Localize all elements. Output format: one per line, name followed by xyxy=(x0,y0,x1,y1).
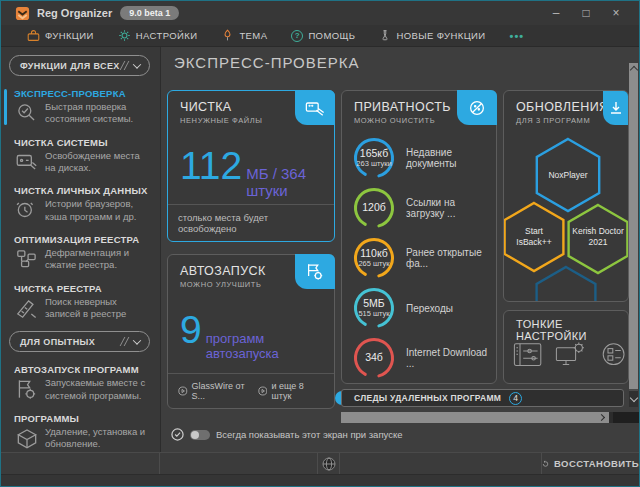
stat-ring: 34б xyxy=(352,336,396,380)
menu-help[interactable]: ? ПОМОЩЬ xyxy=(291,30,355,42)
gear-icon xyxy=(118,29,131,42)
app-logo-icon xyxy=(15,6,30,21)
scroll-corner xyxy=(613,412,639,423)
bottom-strip xyxy=(1,474,639,486)
stat-ring: 110кб265 штук xyxy=(352,236,396,280)
hex-label[interactable]: Kerish Doctor 2021 xyxy=(572,217,624,257)
theme-icon xyxy=(221,29,234,42)
globe-icon xyxy=(322,457,336,471)
vertical-scroll-thumb[interactable] xyxy=(629,63,638,389)
menu-more[interactable]: ••• xyxy=(510,30,525,42)
sidebar-group-all[interactable]: ФУНКЦИИ ДЛЯ ВСЕХ xyxy=(9,55,150,76)
sidebar-item-programs[interactable]: ПРОГРАММЫ Удаление, установка и обновлен… xyxy=(1,413,160,451)
privacy-card[interactable]: ПРИВАТНОСТЬ МОЖНО ОЧИСТИТЬ 165кб263 штук… xyxy=(341,90,497,384)
ruler-pencil-icon xyxy=(14,296,40,320)
status-segment-middle xyxy=(160,453,318,474)
sidebar-item-system-cleanup[interactable]: ЧИСТКА СИСТЕМЫ Освобождение места на дис… xyxy=(1,137,160,175)
sidebar-item-autorun[interactable]: АВТОЗАПУСК ПРОГРАММ Запускаемые вместе с… xyxy=(1,364,160,402)
menu-functions[interactable]: ФУНКЦИИ xyxy=(27,29,94,42)
traces-count-badge: 4 xyxy=(509,392,522,405)
app-window: Reg Organizer 9.0 beta 1 – □ × ФУНКЦИИ Н… xyxy=(0,0,640,487)
privacy-row-jumps[interactable]: 5МБ515 штук Переходы xyxy=(352,286,488,330)
toolbox-icon xyxy=(27,29,40,42)
magnifier-check-icon xyxy=(14,101,40,125)
titlebar: Reg Organizer 9.0 beta 1 – □ × xyxy=(1,1,639,25)
menu-settings[interactable]: НАСТРОЙКИ xyxy=(118,29,198,42)
updates-hexagons: NoxPlayer Start IsBack++ Kerish Doctor 2… xyxy=(504,125,628,301)
stat-ring: 5МБ515 штук xyxy=(352,286,396,330)
statusbar: ВОССТАНОВИТЬ xyxy=(1,452,639,474)
sliders-panel-icon xyxy=(512,337,544,373)
sidebar-item-private-data[interactable]: ЧИСТКА ЛИЧНЫХ ДАННЫХ Истории браузеров, … xyxy=(1,185,160,223)
restore-button[interactable]: ВОССТАНОВИТЬ xyxy=(542,453,639,474)
privacy-row-opened-files[interactable]: 110кб265 штук Ранее открытые фа... xyxy=(352,236,488,280)
status-segment-right xyxy=(340,453,542,474)
hex-label[interactable]: NoxPlayer xyxy=(540,161,596,189)
version-badge: 9.0 beta 1 xyxy=(120,6,179,20)
help-icon: ? xyxy=(291,30,303,42)
sidebar-item-registry-optimization[interactable]: ОПТИМИЗАЦИЯ РЕЕСТРА Дефрагментация и сжа… xyxy=(1,234,160,272)
cleanup-size-suffix: МБ / 364 штуки xyxy=(246,165,334,199)
startup-toggle-row[interactable]: Всегда показывать этот экран при запуске xyxy=(171,428,402,441)
privacy-tab-icon xyxy=(457,90,497,125)
autorun-count-suffix: программ автозапуска xyxy=(206,331,334,361)
minimize-button[interactable]: – xyxy=(541,2,571,24)
privacy-row-idm[interactable]: 34б Internet Download ... xyxy=(352,336,488,380)
sidebar-group-advanced[interactable]: ДЛЯ ОПЫТНЫХ xyxy=(9,331,150,352)
autorun-tab-icon xyxy=(295,254,335,289)
main-content: ЭКСПРЕСС-ПРОВЕРКА ЧИСТКА НЕНУЖНЫЕ ФАЙЛЫ … xyxy=(161,47,639,453)
autorun-count-value: 9 xyxy=(180,310,202,349)
stat-ring: 120б xyxy=(352,186,396,230)
app-title: Reg Organizer xyxy=(37,7,112,19)
close-button[interactable]: × xyxy=(601,2,631,24)
cleanup-tab-icon xyxy=(295,90,335,125)
autorun-footer-more[interactable]: и еще 8 штук xyxy=(258,381,324,401)
status-segment-left xyxy=(1,453,160,474)
disk-cleanup-icon xyxy=(14,150,40,174)
stat-ring: 165кб263 штуки xyxy=(352,136,396,180)
fine-tuning-card[interactable]: ТОНКИЕ НАСТРОЙКИ xyxy=(503,310,629,384)
menu-new-features[interactable]: НОВЫЕ ФУНКЦИИ xyxy=(379,29,485,42)
scroll-down-button[interactable] xyxy=(629,391,638,407)
sidebar: ФУНКЦИИ ДЛЯ ВСЕХ ЭКСПРЕСС-ПРОВЕРКА Быстр… xyxy=(1,47,161,453)
vertical-scrollbar[interactable] xyxy=(629,63,638,407)
globe-button[interactable] xyxy=(318,453,340,474)
registry-blocks-icon xyxy=(14,247,40,271)
circle-blocks-icon xyxy=(596,337,628,373)
flag-gear-icon xyxy=(14,377,40,401)
cleanup-card[interactable]: ЧИСТКА НЕНУЖНЫЕ ФАЙЛЫ 112 МБ / 364 штуки… xyxy=(167,90,335,242)
menubar: ФУНКЦИИ НАСТРОЙКИ ТЕМА ? ПОМОЩЬ НОВЫЕ ФУ… xyxy=(1,25,639,47)
sidebar-item-express-check[interactable]: ЭКСПРЕСС-ПРОВЕРКА Быстрая проверка состо… xyxy=(1,88,160,126)
play-circle-icon xyxy=(178,386,188,396)
software-box-icon xyxy=(14,426,40,450)
autorun-card[interactable]: АВТОЗАПУСК МОЖНО УЛУЧШИТЬ 9 программ авт… xyxy=(167,254,335,409)
privacy-row-download-links[interactable]: 120б Ссылки на загрузку ... xyxy=(352,186,488,230)
autorun-footer-item[interactable]: GlassWire от S... xyxy=(178,381,258,401)
menu-theme[interactable]: ТЕМА xyxy=(221,29,267,42)
startup-toggle-switch[interactable] xyxy=(190,430,210,440)
privacy-row-recent-docs[interactable]: 165кб263 штуки Недавние документы xyxy=(352,136,488,180)
horizontal-scrollbar[interactable] xyxy=(341,412,639,423)
updates-tab-icon xyxy=(603,90,629,125)
deleted-traces-bar[interactable]: СЛЕДЫ УДАЛЕННЫХ ПРОГРАММ 4 xyxy=(341,389,624,407)
chevron-down-icon xyxy=(133,336,141,344)
page-title: ЭКСПРЕСС-ПРОВЕРКА xyxy=(174,54,360,71)
maximize-button[interactable]: □ xyxy=(571,2,601,24)
horizontal-scroll-thumb[interactable] xyxy=(341,412,609,423)
flask-icon xyxy=(379,29,391,42)
check-circle-icon xyxy=(171,428,184,441)
cleanup-footer: столько места будет освобождено xyxy=(168,204,334,241)
sidebar-item-registry-cleanup[interactable]: ЧИСТКА РЕЕСТРА Поиск неверных записей в … xyxy=(1,283,160,321)
play-circle-icon xyxy=(258,386,268,396)
history-clock-icon xyxy=(14,198,40,222)
chevron-down-icon xyxy=(133,60,141,68)
updates-card[interactable]: ОБНОВЛЕНИЯ ДЛЯ 3 ПРОГРАММ NoxPlayer Star… xyxy=(503,90,629,302)
cleanup-size-value: 112 xyxy=(180,146,242,185)
hex-label[interactable]: Start IsBack++ xyxy=(508,223,560,251)
monitor-gear-icon xyxy=(554,337,586,373)
restore-history-icon xyxy=(542,458,549,470)
